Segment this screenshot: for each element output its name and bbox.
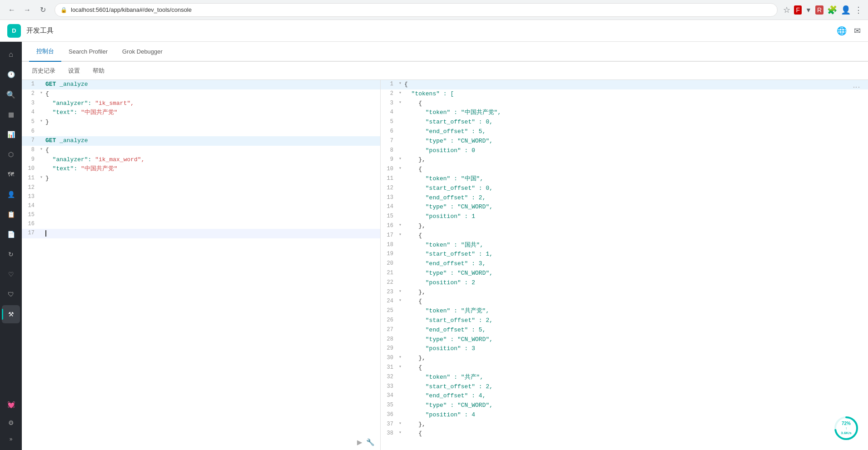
sidebar-expand[interactable]: » [2, 432, 20, 446]
response-line-15: 15 "position" : 1 [381, 212, 868, 222]
sidebar-item-infrastructure[interactable]: 📋 [2, 205, 20, 223]
response-line-36: 36 "position" : 4 [381, 410, 868, 420]
resp-fold-arrow[interactable]: ▾ [399, 420, 404, 427]
sidebar-item-settings[interactable]: ⚙ [2, 414, 20, 432]
resp-code-text: "type" : "CN_WORD", [404, 401, 864, 410]
resp-line-number: 11 [384, 174, 399, 183]
response-viewer[interactable]: 1▾{2▾ "tokens" : [3▾ {4 "token" : "中国共产党… [381, 80, 868, 450]
resp-fold-arrow[interactable]: ▾ [399, 354, 404, 361]
resp-code-text: "end_offset" : 5, [404, 127, 864, 137]
sidebar-item-apm[interactable]: ↻ [2, 245, 20, 263]
resp-code-text: "start_offset" : 1, [404, 250, 864, 259]
fold-arrow[interactable]: ▾ [40, 118, 45, 125]
sidebar-item-uptime[interactable]: ♡ [2, 265, 20, 283]
history-button[interactable]: 历史记录 [29, 65, 58, 77]
response-line-31: 31▾ { [381, 363, 868, 373]
resp-fold-arrow[interactable]: ▾ [399, 231, 404, 238]
monitoring-icon: 💓 [7, 401, 15, 408]
resp-code-text: "end_offset" : 3, [404, 259, 864, 269]
resp-line-number: 17 [384, 231, 399, 240]
line-number: 6 [25, 127, 40, 136]
back-button[interactable]: ← [5, 4, 18, 16]
resp-line-number: 37 [384, 420, 399, 429]
response-line-37: 37▾ }, [381, 420, 868, 430]
browser-chrome: ← → ↻ 🔒 localhost:5601/app/kibana#/dev_t… [0, 0, 868, 20]
resp-fold-arrow[interactable]: ▾ [399, 89, 404, 97]
panel-divider[interactable] [381, 80, 382, 450]
sidebar-item-maps[interactable]: 🗺 [2, 165, 20, 183]
resp-line-number: 6 [384, 127, 399, 136]
response-line-2: 2▾ "tokens" : [ [381, 89, 868, 99]
settings-button[interactable]: 设置 [65, 65, 83, 77]
resp-line-number: 33 [384, 382, 399, 391]
tab-console[interactable]: 控制台 [29, 42, 61, 62]
editor-line-8: 8▾{ [22, 146, 380, 155]
resp-fold-arrow[interactable]: ▾ [399, 165, 404, 172]
resp-fold-arrow[interactable]: ▾ [399, 155, 404, 163]
response-line-4: 4 "token" : "中国共产党", [381, 108, 868, 118]
editor-input[interactable]: 1GET _analyze2▾{3 "analyzer": "ik_smart"… [22, 80, 380, 450]
resp-code-text: { [404, 165, 864, 174]
ext3-icon[interactable]: R [815, 5, 823, 15]
resp-line-number: 1 [384, 80, 399, 89]
menu-icon[interactable]: ⋮ [854, 5, 863, 15]
line-number: 4 [25, 108, 40, 117]
sidebar-item-home[interactable]: ⌂ [2, 45, 20, 64]
ext1-icon[interactable]: F [794, 5, 802, 15]
account-icon[interactable]: 👤 [841, 5, 851, 15]
ext2-icon[interactable]: ▼ [805, 6, 812, 14]
resp-fold-arrow[interactable]: ▾ [399, 363, 404, 371]
editor-line-16: 16 [22, 220, 380, 229]
resp-line-number: 13 [384, 193, 399, 202]
tab-search-profiler[interactable]: Search Profiler [61, 42, 115, 62]
sidebar-item-visualize[interactable]: 📊 [2, 125, 20, 143]
code-text: "text": "中国共产党" [45, 108, 377, 118]
editor-line-6: 6 [22, 127, 380, 136]
sidebar-item-ml[interactable]: 👤 [2, 185, 20, 203]
response-line-6: 6 "end_offset" : 5, [381, 127, 868, 137]
line-number: 7 [25, 136, 40, 145]
resp-fold-arrow[interactable]: ▾ [399, 429, 404, 436]
resp-code-text: "position" : 2 [404, 278, 864, 288]
editor-line-12: 12 [22, 183, 380, 193]
response-line-28: 28 "type" : "CN_WORD", [381, 335, 868, 345]
resp-fold-arrow[interactable]: ▾ [399, 222, 404, 229]
resp-fold-arrow[interactable]: ▾ [399, 297, 404, 304]
sidebar-item-dashboard[interactable]: ▦ [2, 105, 20, 124]
address-bar[interactable]: 🔒 localhost:5601/app/kibana#/dev_tools/c… [55, 3, 778, 17]
mail-icon[interactable]: ✉ [854, 26, 861, 36]
sidebar-item-devtools[interactable]: ⚒ [2, 305, 20, 323]
editor-line-13: 13 [22, 193, 380, 202]
forward-button[interactable]: → [21, 4, 34, 16]
help-button[interactable]: 帮助 [90, 65, 107, 77]
refresh-button[interactable]: ↻ [36, 4, 49, 16]
resp-fold-arrow[interactable]: ▾ [399, 99, 404, 106]
panel-menu-icon[interactable]: ⋮ [852, 84, 861, 92]
puzzle-icon[interactable]: 🧩 [827, 5, 837, 15]
editor-line-5: 5▾} [22, 118, 380, 127]
star-icon[interactable]: ☆ [783, 5, 790, 15]
code-text [45, 229, 377, 238]
fold-arrow[interactable]: ▾ [40, 89, 45, 97]
fold-arrow[interactable]: ▾ [40, 174, 45, 181]
resp-code-text: "start_offset" : 2, [404, 382, 864, 392]
editor-line-3: 3 "analyzer": "ik_smart", [22, 99, 380, 109]
globe-icon[interactable]: 🌐 [837, 26, 847, 36]
tab-grok-debugger[interactable]: Grok Debugger [115, 42, 170, 62]
resp-fold-arrow[interactable]: ▾ [399, 80, 404, 87]
sidebar-item-logs[interactable]: 📄 [2, 225, 20, 243]
response-line-38: 38▾ { [381, 429, 868, 439]
sidebar-item-siem[interactable]: 🛡 [2, 285, 20, 303]
line-number: 10 [25, 164, 40, 173]
sidebar-item-canvas[interactable]: ⬡ [2, 145, 20, 163]
run-icon[interactable]: ▶ [357, 438, 362, 446]
sidebar-item-discover[interactable]: 🔍 [2, 85, 20, 104]
fold-arrow[interactable]: ▾ [40, 146, 45, 153]
sidebar-item-recent[interactable]: 🕐 [2, 65, 20, 84]
response-line-3: 3▾ { [381, 99, 868, 109]
response-line-1: 1▾{ [381, 80, 868, 89]
sidebar-item-monitoring[interactable]: 💓 [2, 396, 20, 414]
wrench-icon[interactable]: 🔧 [366, 438, 375, 446]
logs-icon: 📄 [7, 231, 15, 238]
resp-fold-arrow[interactable]: ▾ [399, 288, 404, 295]
